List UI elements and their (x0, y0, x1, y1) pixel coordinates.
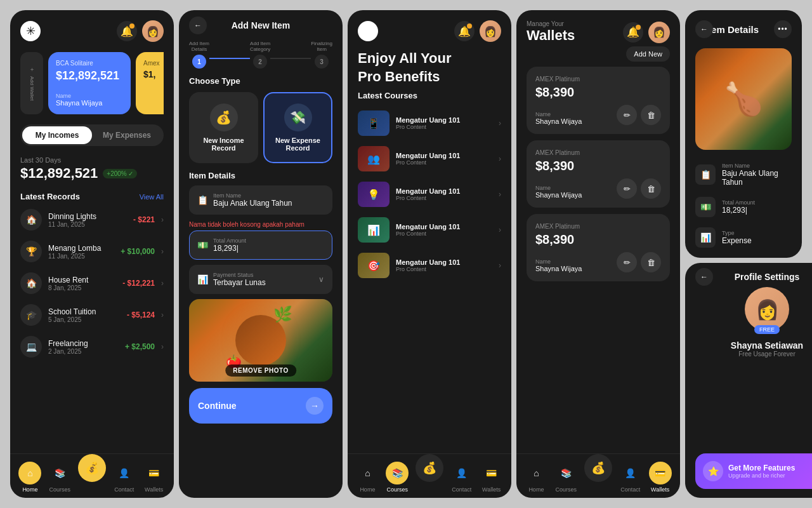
wallet-item-1[interactable]: AMEX Platinum $8,390 Name Shayna Wijaya … (527, 67, 670, 134)
view-all-button[interactable]: View All (140, 193, 164, 201)
course-title: Mengatur Uang 101 (396, 258, 492, 266)
wallet-actions: ✏ 🗑 (617, 105, 661, 125)
delete-wallet-button[interactable]: 🗑 (641, 105, 661, 125)
add-new-wallet-button[interactable]: Add New (626, 46, 670, 62)
user-avatar[interactable]: 👩 (480, 20, 501, 42)
my-expenses-tab[interactable]: My Expenses (92, 126, 162, 144)
item-name-field[interactable]: 📋 Item Name Baju Anak Ulang Tahun (189, 185, 332, 215)
payment-status-field[interactable]: 📊 Payment Status Terbayar Lunas ∨ (189, 265, 332, 294)
back-button[interactable]: ← (695, 20, 713, 38)
nav-courses[interactable]: 📚 Courses (48, 462, 71, 493)
user-avatar[interactable]: 👩 (648, 22, 670, 43)
wallet-name-wrap: Name Shayna Wijaya (535, 185, 582, 199)
course-item-2[interactable]: 👥 Mengatur Uang 101 Pro Content › (348, 141, 511, 177)
nav-courses[interactable]: 📚 Courses (554, 462, 577, 493)
course-title: Mengatur Uang 101 (396, 187, 492, 195)
nav-wallets[interactable]: 💳 Wallets (649, 462, 672, 493)
wallets-title: Wallets (527, 27, 575, 44)
nav-add[interactable]: 💰 (78, 462, 106, 493)
expense-type-card[interactable]: 💸 New ExpenseRecord (263, 92, 332, 163)
record-item[interactable]: 🏆 Menang Lomba 11 Jan, 2025 + $10,000 › (10, 236, 174, 267)
record-item[interactable]: 🎓 School Tuition 5 Jan, 2025 - $5,124 › (10, 299, 174, 331)
course-item-3[interactable]: 💡 Mengatur Uang 101 Pro Content › (348, 177, 511, 212)
panel-pro-benefits: ✳ 🔔 👩 Enjoy All YourPro Benefits Latest … (348, 10, 511, 498)
continue-button[interactable]: Continue → (189, 388, 332, 424)
nav-contact[interactable]: 👤 Contact (619, 462, 642, 493)
courses-icon-wrap: 📚 (48, 462, 71, 485)
wallet-section: ＋ Add Wallet BCA Solitaire $12,892,521 N… (10, 47, 174, 119)
courses-icon: 📚 (392, 468, 403, 478)
courses-icon: 📚 (561, 468, 572, 478)
record-item[interactable]: 🏠 Dinning Lights 11 Jan, 2025 - $221 › (10, 204, 174, 236)
get-more-subtitle: Upgrade and be richer (728, 472, 812, 479)
my-incomes-tab[interactable]: My Incomes (22, 126, 92, 144)
profile-header: ← Profile Settings (685, 263, 812, 287)
back-button[interactable]: ← (695, 268, 713, 286)
course-item-5[interactable]: 🎯 Mengatur Uang 101 Pro Content › (348, 248, 511, 283)
user-avatar[interactable]: 👩 (142, 20, 164, 42)
record-name: Freelancing (48, 339, 119, 348)
header-right: 🔔 👩 (117, 20, 164, 42)
edit-wallet-button[interactable]: ✏ (617, 252, 637, 272)
profile-name-section: Shayna Setiawan Free Usage Forever (731, 340, 803, 358)
balance-period-label: Last 30 Days (20, 156, 164, 164)
wallet-footer: Name Shayna Wijaya ✏ 🗑 (535, 252, 661, 272)
wallet-card-amex[interactable]: Amex $1, (136, 52, 164, 114)
home-icon-wrap: ⌂ (18, 462, 41, 485)
more-icon: ••• (778, 25, 788, 34)
course-tag: Pro Content (396, 159, 492, 166)
app-logo: ✳ (20, 21, 41, 41)
remove-photo-button[interactable]: REMOVE PHOTO (225, 364, 296, 377)
wallet-item-2[interactable]: AMEX Platinum $8,390 Name Shayna Wijaya … (527, 140, 670, 208)
notification-bell-button[interactable]: 🔔 (117, 21, 137, 41)
course-info-4: Mengatur Uang 101 Pro Content (396, 223, 492, 237)
add-wallet-button[interactable]: ＋ Add Wallet (20, 52, 43, 114)
nav-contact[interactable]: 👤 Contact (113, 462, 136, 493)
expense-icon-circle: 💸 (284, 104, 312, 131)
course-thumbnail-1: 📱 (358, 110, 390, 136)
bottom-navigation: ⌂ Home 📚 Courses 💰 👤 Contact (10, 453, 174, 498)
panel-profile-settings: ← Profile Settings 👩 FREE Shayna Setiawa… (685, 263, 812, 498)
nav-courses[interactable]: 📚 Courses (386, 462, 409, 493)
wallets-icon: 💳 (655, 468, 665, 478)
edit-wallet-button[interactable]: ✏ (617, 105, 637, 125)
chevron-right-icon: › (161, 342, 164, 351)
get-more-features-banner[interactable]: ⭐ Get More Features Upgrade and be riche… (695, 453, 812, 489)
delete-wallet-button[interactable]: 🗑 (641, 178, 661, 199)
edit-wallet-button[interactable]: ✏ (617, 178, 637, 199)
record-item-house-rent[interactable]: 🏠 House Rent 8 Jan, 2025 - $12,221 › (10, 267, 174, 299)
contact-icon-wrap: 👤 (450, 462, 473, 485)
detail-type: 📊 Type Expense (685, 222, 802, 253)
nav-add[interactable]: 💰 (416, 462, 443, 493)
type-detail-label: Type (722, 230, 792, 236)
back-button[interactable]: ← (189, 17, 207, 34)
wallet-actions: ✏ 🗑 (617, 178, 661, 199)
nav-contact[interactable]: 👤 Contact (450, 462, 473, 493)
nav-wallets[interactable]: 💳 Wallets (480, 462, 503, 493)
total-amount-field[interactable]: 💵 Total Amount 18,293| (189, 231, 332, 260)
free-badge: FREE (754, 325, 780, 334)
nav-home[interactable]: ⌂ Home (18, 462, 41, 493)
item-name-detail-icon: 📋 (695, 164, 716, 185)
notification-bell-button[interactable]: 🔔 (454, 21, 475, 41)
add-icon-wrap: 💰 (78, 454, 106, 482)
nav-add[interactable]: 💰 (584, 462, 612, 493)
manage-label: Manage Your (527, 20, 575, 27)
choose-type-section: Choose Type 💰 New IncomeRecord 💸 New Exp… (179, 76, 343, 168)
delete-wallet-button[interactable]: 🗑 (641, 252, 661, 272)
course-item-1[interactable]: 📱 Mengatur Uang 101 Pro Content › (348, 105, 511, 141)
income-type-card[interactable]: 💰 New IncomeRecord (189, 92, 258, 163)
pro-header: ✳ 🔔 👩 (348, 10, 511, 47)
get-more-title: Get More Features (728, 464, 812, 472)
record-item[interactable]: 💻 Freelancing 2 Jan, 2025 + $2,500 › (10, 331, 174, 363)
wallet-item-3[interactable]: AMEX Platinum $8,390 Name Shayna Wijaya … (527, 214, 670, 281)
notification-bell-button[interactable]: 🔔 (623, 22, 643, 43)
course-item-4[interactable]: 📊 Mengatur Uang 101 Pro Content › (348, 212, 511, 248)
nav-home[interactable]: ⌂ Home (356, 462, 379, 493)
wallet-card-bca[interactable]: BCA Solitaire $12,892,521 Name Shayna Wi… (48, 52, 131, 114)
notification-dot (636, 25, 641, 30)
more-options-button[interactable]: ••• (774, 20, 792, 38)
nav-home[interactable]: ⌂ Home (525, 462, 547, 493)
nav-wallets[interactable]: 💳 Wallets (143, 462, 166, 493)
wallets-icon: 💳 (486, 468, 497, 478)
